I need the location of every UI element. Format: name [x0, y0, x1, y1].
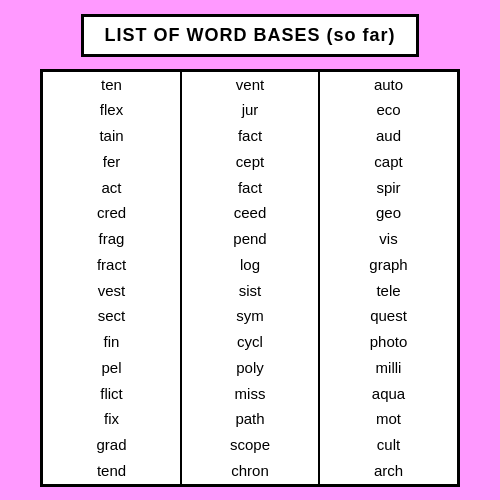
- list-item: sist: [181, 278, 319, 304]
- list-item: vest: [43, 278, 181, 304]
- list-item: path: [181, 406, 319, 432]
- list-item: chron: [181, 458, 319, 484]
- list-item: milli: [319, 355, 457, 381]
- list-item: pel: [43, 355, 181, 381]
- list-item: aqua: [319, 381, 457, 407]
- list-item: ceed: [181, 200, 319, 226]
- list-item: ten: [43, 72, 181, 98]
- list-item: tain: [43, 123, 181, 149]
- list-item: spir: [319, 175, 457, 201]
- list-item: arch: [319, 458, 457, 484]
- list-item: capt: [319, 149, 457, 175]
- list-item: jur: [181, 97, 319, 123]
- list-item: geo: [319, 200, 457, 226]
- list-item: eco: [319, 97, 457, 123]
- word-table-container: tenventautoflexjurecotainfactaudferceptc…: [40, 69, 460, 487]
- list-item: grad: [43, 432, 181, 458]
- list-item: photo: [319, 329, 457, 355]
- list-item: aud: [319, 123, 457, 149]
- list-item: tend: [43, 458, 181, 484]
- list-item: vis: [319, 226, 457, 252]
- list-item: poly: [181, 355, 319, 381]
- list-item: fin: [43, 329, 181, 355]
- list-item: sect: [43, 303, 181, 329]
- list-item: cept: [181, 149, 319, 175]
- list-item: cred: [43, 200, 181, 226]
- list-item: auto: [319, 72, 457, 98]
- list-item: flex: [43, 97, 181, 123]
- list-item: miss: [181, 381, 319, 407]
- list-item: log: [181, 252, 319, 278]
- list-item: tele: [319, 278, 457, 304]
- list-item: fact: [181, 175, 319, 201]
- list-item: quest: [319, 303, 457, 329]
- list-item: act: [43, 175, 181, 201]
- list-item: mot: [319, 406, 457, 432]
- list-item: sym: [181, 303, 319, 329]
- list-item: fract: [43, 252, 181, 278]
- list-item: fact: [181, 123, 319, 149]
- word-table: tenventautoflexjurecotainfactaudferceptc…: [43, 72, 457, 484]
- list-item: cult: [319, 432, 457, 458]
- list-item: flict: [43, 381, 181, 407]
- list-item: cycl: [181, 329, 319, 355]
- list-item: scope: [181, 432, 319, 458]
- list-item: vent: [181, 72, 319, 98]
- list-item: pend: [181, 226, 319, 252]
- page-title: LIST OF WORD BASES (so far): [104, 25, 395, 45]
- list-item: fer: [43, 149, 181, 175]
- list-item: fix: [43, 406, 181, 432]
- list-item: frag: [43, 226, 181, 252]
- title-box: LIST OF WORD BASES (so far): [81, 14, 418, 57]
- list-item: graph: [319, 252, 457, 278]
